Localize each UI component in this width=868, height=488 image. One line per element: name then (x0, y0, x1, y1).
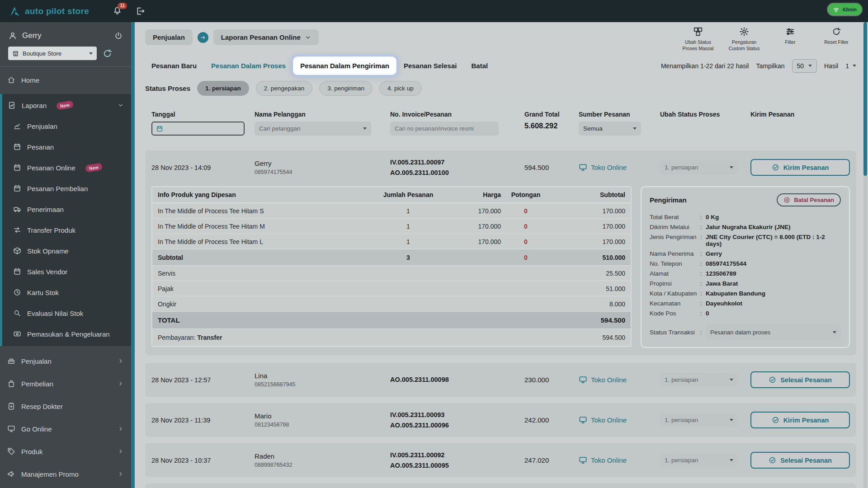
chevron-right-icon (118, 448, 124, 455)
wifi-icon (833, 6, 840, 13)
gear-icon (739, 27, 749, 37)
product-discount: 0 (501, 223, 551, 230)
order-row[interactable]: 28 Nov 2023 - 10:37 Raden 088998765432 I… (145, 443, 856, 477)
source-filter-select[interactable]: Semua (579, 122, 641, 136)
tanggal-label: Tanggal (151, 111, 255, 118)
product-row: In The Middle of Process Tee Hitam L 1 1… (152, 234, 631, 249)
customer-search-placeholder: Cari pelanggan (259, 125, 301, 132)
sidebar-item-resep-dokter[interactable]: Resep Dokter (0, 395, 131, 418)
status-proses-value: 1. persiapan (665, 164, 698, 171)
sidebar-subitem-pesanan-pembelian[interactable]: Pesanan Pembelian (2, 178, 131, 199)
sidebar-subitem-sales-vendor[interactable]: Sales Vendor (2, 261, 131, 282)
sidebar-item-penjualan[interactable]: Penjualan (0, 350, 131, 372)
status-proses-label: Status Proses (145, 84, 190, 92)
order-row[interactable]: 28 Nov 2023 - 14:09 Gerry 085974175544 I… (145, 150, 856, 184)
reset-icon (831, 27, 841, 37)
store-select[interactable]: Boutique Store (8, 47, 97, 60)
sidebar-item-go-online[interactable]: Go Online (0, 418, 131, 440)
sidebar-subitem-kartu-stok[interactable]: Kartu Stok (2, 282, 131, 303)
logout-button[interactable] (136, 6, 145, 16)
invoice-search-input[interactable] (390, 122, 499, 136)
calendar-icon (13, 267, 21, 276)
sidebar-subitem-pesanan-online[interactable]: Pesanan Online New (2, 157, 131, 178)
bulk-status-action[interactable]: Ubah Status Proses Massal (678, 27, 718, 52)
tab-pesanan-baru[interactable]: Pesanan Baru (145, 57, 203, 74)
customer-phone: 085974175544 (255, 169, 390, 175)
chip-persiapan[interactable]: 1. persiapan (197, 81, 249, 96)
status-transaksi-select[interactable]: Pesanan dalam proses (706, 324, 841, 340)
total-label: TOTAL (158, 316, 374, 324)
product-discount: 0 (501, 207, 551, 215)
shipping-field-label: Alamat (650, 270, 700, 277)
product-price: 170.000 (442, 207, 501, 215)
batal-pesanan-button[interactable]: Batal Pesanan (777, 193, 841, 206)
date-filter-input[interactable] (151, 122, 245, 136)
store-name: Boutique Store (23, 50, 61, 57)
sidebar-subitem-transfer-produk[interactable]: Transfer Produk (2, 220, 131, 240)
order-number: AO.005.2311.00095 (390, 460, 524, 470)
notification-badge: 11 (118, 3, 127, 9)
tab-pesanan-dalam-proses[interactable]: Pesanan Dalam Proses (205, 57, 292, 74)
header-actions: Ubah Status Proses Massal Pengaturan Cus… (678, 27, 856, 52)
chip-pickup[interactable]: 4. pick up (379, 81, 422, 96)
shipping-field-label: Kode Pos (650, 310, 700, 317)
reset-filter-action[interactable]: Reset Filter (816, 27, 856, 52)
order-detail: Info Produk yang Dipesan Jumlah Pesanan … (145, 184, 856, 355)
breadcrumb-laporan-pesanan-online[interactable]: Laporan Pesanan Online (213, 29, 319, 45)
calendar-icon (13, 164, 21, 172)
refresh-store-button[interactable] (102, 48, 113, 59)
order-total: 594.500 (524, 164, 579, 171)
scrollbar-thumb[interactable] (863, 22, 867, 176)
payment-method: Transfer (197, 334, 222, 341)
chip-pengiriman[interactable]: 3. pengiriman (319, 81, 373, 96)
page-select[interactable]: 1 (845, 62, 856, 70)
filter-action[interactable]: Filter (770, 27, 810, 52)
selesai-pesanan-button[interactable]: Selesai Pesanan (750, 371, 850, 388)
sidebar-subitem-stok-opname[interactable]: Stok Opname (2, 240, 131, 261)
power-button[interactable] (114, 31, 123, 40)
status-proses-select[interactable]: 1. persiapan (660, 160, 738, 174)
sidebar-subitem-evaluasi-nilai-stok[interactable]: Evaluasi Nilai Stok (2, 303, 131, 324)
order-row[interactable]: 28 Nov 2023 - 12:57 Lina 0852156687945 A… (145, 363, 856, 397)
session-timer-pill: 43min (828, 4, 862, 15)
page-size-select[interactable]: 50 (792, 59, 817, 73)
sidebar-subitem-pesanan[interactable]: Pesanan (2, 136, 131, 157)
order-number: AO.005.2311.00096 (390, 420, 524, 430)
sidebar-item-produk[interactable]: Produk (0, 440, 131, 463)
page-header: Penjualan Laporan Pesanan Online Ubah St… (145, 26, 856, 56)
sidebar-item-pembelian[interactable]: Pembelian (0, 372, 131, 395)
status-proses-select[interactable]: 1. persiapan (660, 413, 738, 427)
shipping-field: Nama Penerima Gerry (650, 249, 841, 258)
status-proses-select[interactable]: 1. persiapan (660, 453, 738, 467)
chevron-down-icon (633, 127, 637, 130)
column-qty: Jumlah Pesanan (374, 191, 442, 198)
breadcrumb-penjualan[interactable]: Penjualan (145, 29, 193, 45)
notifications-button[interactable]: 11 (113, 6, 122, 16)
tab-pesanan-dalam-pengiriman[interactable]: Pesanan Dalam Pengiriman (294, 57, 396, 74)
kirim-pesanan-button[interactable]: Kirim Pesanan (750, 412, 850, 428)
tab-batal[interactable]: Batal (465, 57, 494, 74)
product-subtotal: 170.000 (551, 238, 625, 245)
selesai-pesanan-button[interactable]: Selesai Pesanan (750, 452, 850, 469)
custom-status-settings-action[interactable]: Pengaturan Custom Status (724, 27, 764, 52)
order-row[interactable]: 28 Nov 2023 - 11:39 Mario 08123456798 IV… (145, 403, 856, 437)
invoice-number: IV.005.2311.00092 (390, 450, 524, 460)
scrollbar[interactable] (863, 22, 867, 488)
sidebar-item-home[interactable]: Home (0, 70, 131, 90)
sidebar-item-manajemen-promo[interactable]: Manajemen Promo (0, 463, 131, 485)
sidebar-item-laporan[interactable]: Laporan New (2, 95, 131, 116)
kirim-pesanan-button[interactable]: Kirim Pesanan (750, 159, 850, 176)
customer-search-select[interactable]: Cari pelanggan (255, 122, 371, 136)
payment-value: 594.500 (551, 334, 625, 341)
sidebar-subitem-penerimaan[interactable]: Penerimaan (2, 199, 131, 220)
sidebar-subitem-penjualan[interactable]: Penjualan (2, 116, 131, 136)
shipping-field-value: 123506789 (706, 270, 841, 277)
calendar-icon (13, 143, 21, 151)
status-proses-select[interactable]: 1. persiapan (660, 373, 738, 387)
sidebar-subitem-pemasukan-pengeluaran[interactable]: Pemasukan & Pengeluaran (2, 324, 131, 344)
chip-pengepakan[interactable]: 2. pengepakan (256, 81, 312, 96)
fee-row: Servis 25.500 (152, 266, 631, 281)
total-row: TOTAL 594.500 (152, 312, 631, 329)
tabs-row: Pesanan Baru Pesanan Dalam Proses Pesana… (145, 57, 856, 74)
tab-pesanan-selesai[interactable]: Pesanan Selesai (397, 57, 463, 74)
